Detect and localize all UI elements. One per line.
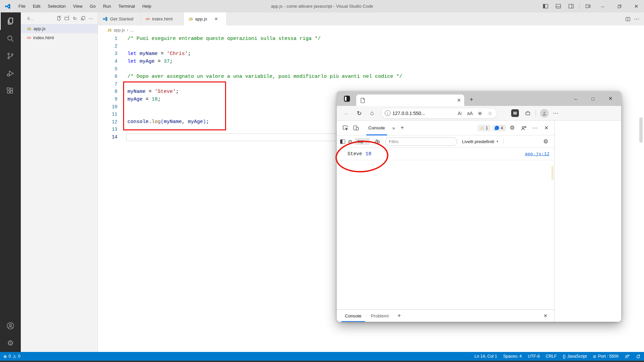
code-line[interactable]: 2	[98, 43, 644, 50]
browser-tab-close-icon[interactable]: ✕	[457, 98, 461, 103]
customize-layout-icon[interactable]	[582, 2, 594, 11]
drawer-close-icon[interactable]: ✕	[540, 313, 551, 318]
settings-gear-icon[interactable]: ⚙	[0, 335, 21, 352]
vscode-restore-button[interactable]	[612, 0, 627, 12]
console-settings-icon[interactable]: ⚙	[541, 136, 551, 146]
devtools-feedback-icon[interactable]	[519, 123, 529, 133]
page-content[interactable]	[554, 121, 621, 322]
console-sidebar-icon[interactable]	[340, 139, 345, 144]
new-file-icon[interactable]	[55, 14, 63, 22]
vscode-minimize-button[interactable]: –	[595, 0, 610, 12]
code-line[interactable]: 5	[98, 65, 644, 73]
site-info-icon[interactable]: i	[385, 110, 390, 116]
collapse-folders-icon[interactable]	[79, 14, 87, 22]
code-line[interactable]: 3let myName = 'Chris';	[98, 50, 644, 58]
zoom-page-icon[interactable]: ⊕	[476, 111, 484, 116]
more-panels-icon[interactable]: »	[390, 125, 397, 131]
browser-close-button[interactable]: ✕	[602, 93, 619, 105]
inspect-element-icon[interactable]	[340, 123, 350, 133]
log-source-link[interactable]: app.js:12	[525, 152, 549, 157]
m-extension-icon[interactable]: M	[511, 109, 519, 117]
file-item-indexhtml[interactable]: <> index.html	[21, 33, 98, 42]
tab-actions-menu-icon[interactable]	[343, 95, 351, 102]
device-toolbar-icon[interactable]	[351, 123, 361, 133]
extensions-icon[interactable]	[0, 82, 21, 100]
new-folder-icon[interactable]	[63, 14, 71, 22]
menu-view[interactable]: View	[70, 2, 86, 10]
code-line[interactable]: 1/* Puoi eseguire entrambe queste operaz…	[98, 35, 644, 43]
indentation[interactable]: Spaces: 4	[503, 354, 522, 359]
menu-help[interactable]: Help	[139, 2, 154, 10]
more-actions-icon[interactable]: ⋯	[87, 14, 95, 22]
run-debug-icon[interactable]	[0, 65, 21, 82]
source-control-icon[interactable]	[0, 47, 21, 65]
browser-window[interactable]: ✕ + – □ ✕ ← ↻ ⌂ i 127.0.0.1:550... A) aA…	[337, 91, 621, 322]
problems-status[interactable]: ⊗ 0 ⚠ 0	[3, 354, 20, 359]
console-output-area[interactable]	[337, 160, 554, 309]
toggle-sidebar-icon[interactable]	[540, 2, 551, 11]
tab-close-icon[interactable]: ✕	[214, 16, 218, 21]
profile-avatar[interactable]	[540, 109, 549, 118]
url-text[interactable]: 127.0.0.1:550...	[392, 111, 454, 116]
clear-console-icon[interactable]: ⊘	[348, 138, 352, 145]
devtools-more-icon[interactable]: ⋯	[530, 123, 540, 133]
address-bar[interactable]: i 127.0.0.1:550... A) aA ⊕ ☆	[381, 108, 497, 119]
code-line[interactable]: 6/* Dopo aver assegnato un valore a una …	[98, 73, 644, 80]
browser-tab[interactable]: ✕	[356, 95, 464, 106]
menu-selection[interactable]: Selection	[45, 2, 68, 10]
drawer-add-icon[interactable]: +	[393, 312, 405, 319]
menu-run[interactable]: Run	[100, 2, 114, 10]
reload-icon[interactable]: ↻	[354, 108, 365, 119]
menu-edit[interactable]: Edit	[30, 2, 43, 10]
favorites-star-icon[interactable]: ☆	[486, 111, 494, 116]
home-icon[interactable]: ⌂	[366, 108, 378, 119]
add-panel-icon[interactable]: +	[398, 124, 407, 131]
language-mode[interactable]: {} JavaScript	[563, 354, 587, 359]
browser-minimize-button[interactable]: –	[567, 93, 584, 105]
menu-terminal[interactable]: Terminal	[115, 2, 138, 10]
live-server-port[interactable]: ⊘ Port : 5500	[593, 354, 619, 359]
toggle-secondary-sidebar-icon[interactable]	[565, 2, 577, 11]
editor-scrollbar[interactable]	[639, 117, 643, 143]
console-filter-input[interactable]	[385, 137, 457, 146]
split-editor-icon[interactable]	[625, 16, 631, 22]
file-item-appjs[interactable]: JS app.js	[21, 24, 98, 33]
encoding[interactable]: UTF-8	[528, 354, 540, 359]
new-tab-button[interactable]: +	[470, 96, 473, 103]
breadcrumb-more[interactable]: ...	[130, 28, 133, 33]
devtools-close-icon[interactable]: ✕	[541, 123, 551, 133]
context-selector[interactable]: top ▾	[355, 138, 370, 145]
drawer-problems-tab[interactable]: Problemi	[366, 310, 393, 322]
breadcrumb-file[interactable]: app.js	[114, 28, 125, 33]
feedback-icon[interactable]	[625, 354, 630, 359]
browser-extensions-icon[interactable]	[524, 110, 532, 116]
cursor-position[interactable]: Ln 14, Col 1	[475, 354, 497, 359]
explorer-icon[interactable]	[0, 12, 21, 30]
tab-app-js[interactable]: JS app.js ✕	[184, 12, 227, 25]
breadcrumb[interactable]: JS app.js › ...	[98, 25, 644, 35]
live-expression-eye-icon[interactable]	[372, 136, 382, 146]
browser-settings-menu-icon[interactable]: ⋯	[550, 108, 561, 119]
menu-go[interactable]: Go	[87, 2, 99, 10]
accounts-icon[interactable]	[0, 317, 21, 335]
log-levels-selector[interactable]: Livelli predefiniti ▾	[462, 139, 498, 144]
tab-get-started[interactable]: Get Started	[98, 12, 141, 25]
code-line[interactable]: 4let myAge = 37;	[98, 58, 644, 65]
notifications-bell-icon[interactable]	[636, 354, 641, 359]
code-line[interactable]: 7	[98, 80, 644, 88]
refresh-icon[interactable]: ↻	[71, 14, 79, 22]
messages-badge[interactable]: 4	[492, 125, 506, 131]
vscode-close-button[interactable]: ✕	[629, 0, 644, 12]
drawer-console-tab[interactable]: Console	[340, 310, 366, 322]
search-icon[interactable]	[0, 30, 21, 47]
console-log-entry[interactable]: Steve 18 app.js:12	[337, 148, 554, 160]
menu-file[interactable]: File	[15, 2, 29, 10]
read-aloud-icon[interactable]: A)	[456, 111, 464, 116]
toggle-panel-icon[interactable]	[552, 2, 564, 11]
devtools-settings-icon[interactable]: ⚙	[507, 123, 517, 133]
tab-index-html[interactable]: <> index.html	[141, 12, 184, 25]
devtools-console-tab[interactable]: Console	[364, 121, 390, 135]
back-icon[interactable]: ←	[341, 108, 352, 119]
editor-more-icon[interactable]: ⋯	[634, 16, 639, 22]
warnings-badge[interactable]: ⚠ 1	[478, 125, 491, 131]
